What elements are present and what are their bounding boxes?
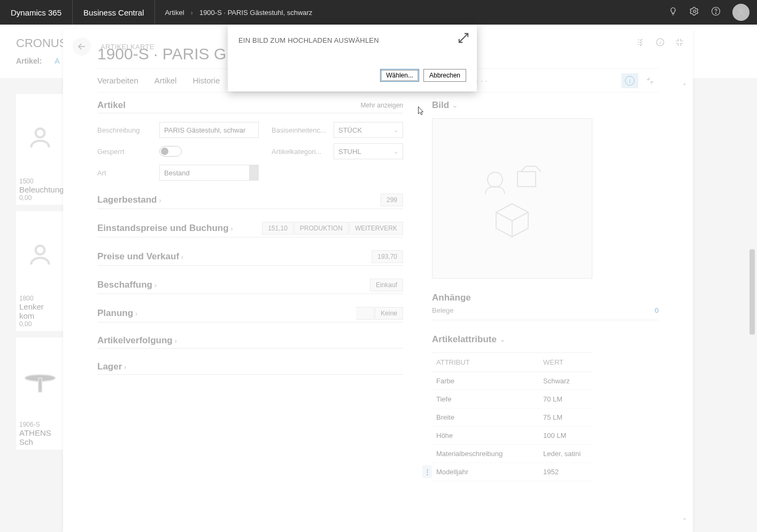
tile-name: Lenker kom (19, 302, 61, 320)
tile-code: 1906-S (19, 421, 61, 428)
scrollbar[interactable] (750, 249, 755, 335)
chevron-down-icon: ⌄ (500, 336, 505, 343)
chevron-right-icon: › (124, 364, 126, 371)
label-art: Art (97, 169, 155, 177)
checklist-icon[interactable] (636, 37, 646, 49)
image-placeholder[interactable] (432, 118, 592, 279)
label-artikelkategorie: Artikelkategori... (272, 148, 329, 156)
badge-beschaffung: Einkauf (370, 279, 403, 291)
svg-point-11 (488, 172, 503, 187)
chevron-right-icon: › (181, 253, 183, 261)
avatar[interactable] (732, 4, 750, 21)
table-row[interactable]: FarbeSchwarz (432, 372, 592, 390)
table-row[interactable]: ⋮Modelljahr1952 (432, 463, 592, 481)
label-beschreibung: Beschreibung (97, 126, 155, 134)
section-bild[interactable]: Bild (432, 100, 449, 111)
table-row[interactable]: Tiefe70 LM (432, 390, 592, 408)
input-beschreibung[interactable] (159, 122, 259, 138)
attr-name: Höhe (432, 427, 539, 444)
list-item[interactable]: 1906-S ATHENS Sch (16, 337, 64, 450)
gear-icon[interactable] (690, 6, 699, 18)
chevron-up-icon[interactable]: ˄ (683, 82, 686, 91)
chevron-right-icon: › (135, 310, 137, 318)
back-button[interactable] (73, 37, 91, 56)
list-item[interactable]: 1800 Lenker kom 0,00 (16, 211, 64, 331)
breadcrumb: Artikel › 1900-S · PARIS Gästestuhl, sch… (155, 0, 322, 25)
svg-point-2 (715, 13, 716, 13)
chevron-down-icon: ⌄ (393, 148, 398, 155)
toggle-gesperrt[interactable] (159, 146, 182, 157)
breadcrumb-1[interactable]: Artikel (165, 9, 184, 17)
tab-historie[interactable]: Historie (192, 76, 220, 85)
attr-value: 100 LM (539, 427, 592, 444)
attr-name: Tiefe (432, 390, 539, 408)
attr-name: Modelljahr (436, 468, 468, 476)
svg-point-4 (36, 128, 45, 137)
list-item[interactable]: 1500 Beleuchtung 0,00 (16, 94, 64, 205)
select-basiseinheit[interactable]: STÜCK⌄ (334, 122, 403, 138)
section-preise[interactable]: Preise und Verkauf (97, 251, 179, 261)
select-art[interactable]: Bestand (159, 165, 259, 181)
section-beschaffung[interactable]: Beschaffung (97, 280, 152, 290)
cancel-button[interactable]: Abbrechen (423, 69, 466, 82)
select-value: Bestand (164, 169, 190, 177)
breadcrumb-2[interactable]: 1900-S · PARIS Gästestuhl, schwarz (199, 9, 312, 17)
select-value: STUHL (338, 148, 361, 156)
badge-einst-1: 151,10 (262, 222, 293, 235)
row-menu-icon[interactable]: ⋮ (422, 465, 432, 478)
chevron-right-icon: › (159, 197, 161, 204)
attr-name: Farbe (432, 372, 539, 390)
svg-point-3 (739, 9, 743, 12)
workspace: CRONUS A Artikel: A 1500 Beleuchtung 0,0… (0, 25, 757, 532)
select-artikelkategorie[interactable]: STUHL⌄ (334, 143, 403, 159)
table-row[interactable]: Breite75 LM (432, 408, 592, 427)
collapse-icon[interactable] (675, 37, 684, 49)
select-value: STÜCK (338, 126, 362, 134)
svg-point-0 (693, 10, 696, 13)
section-verfolgung[interactable]: Artikelverfolgung (97, 335, 173, 345)
attr-value: Leder, satini (539, 445, 592, 462)
tab-verarbeiten[interactable]: Verarbeiten (97, 76, 138, 85)
badge-planung: Keine (375, 307, 403, 320)
attr-name: Breite (432, 408, 539, 426)
section-einstandspreise[interactable]: Einstandspreise und Buchung (97, 223, 229, 233)
section-lager2[interactable]: Lager (97, 361, 122, 372)
filter-value[interactable]: A (55, 57, 59, 65)
section-planung[interactable]: Planung (97, 308, 133, 318)
tile-code: 1500 (19, 178, 61, 185)
top-nav: Dynamics 365 Business Central Artikel › … (0, 0, 757, 25)
badge-planung-blank (356, 307, 374, 320)
label-gesperrt: Gesperrt (97, 148, 155, 156)
tab-artikel[interactable]: Artikel (155, 76, 177, 85)
section-lagerbestand[interactable]: Lagerbestand (97, 195, 157, 205)
factbox-toggle-icon[interactable]: i (621, 73, 638, 88)
more-actions-icon[interactable]: · · · (476, 76, 488, 85)
badge-einst-3: WEITERVERK (349, 222, 403, 235)
section-anhaenge[interactable]: Anhänge (432, 292, 659, 303)
tile-code: 1800 (19, 295, 61, 302)
chevron-right-icon: › (175, 337, 177, 345)
table-row[interactable]: Höhe100 LM (432, 427, 592, 445)
lightbulb-icon[interactable] (668, 6, 678, 18)
belege-count[interactable]: 0 (655, 306, 659, 314)
col-attribut[interactable]: ATTRIBUT (432, 353, 539, 372)
choose-button[interactable]: Wählen... (380, 69, 419, 82)
section-artikelattribute[interactable]: Artikelattribute (432, 334, 497, 345)
chevron-down-icon[interactable]: ˅ (683, 517, 686, 526)
attr-value: 75 LM (539, 408, 592, 426)
label-belege: Belege (432, 306, 453, 314)
help-icon[interactable] (711, 6, 721, 18)
col-wert[interactable]: WERT (539, 353, 592, 372)
section-artikel[interactable]: Artikel (97, 100, 126, 111)
info-icon[interactable] (655, 37, 665, 49)
attr-name: Materialbeschreibung (432, 445, 539, 462)
chevron-right-icon: › (155, 282, 157, 289)
show-more-link[interactable]: Mehr anzeigen (361, 102, 403, 109)
dialog-title: EIN BILD ZUM HOCHLADEN AUSWÄHLEN (238, 36, 466, 44)
brand-dynamics[interactable]: Dynamics 365 (0, 0, 73, 25)
minimize-icon[interactable] (642, 73, 659, 88)
table-row[interactable]: MaterialbeschreibungLeder, satini (432, 445, 592, 463)
attr-value: Schwarz (539, 372, 592, 390)
expand-icon[interactable] (458, 32, 469, 46)
brand-module[interactable]: Business Central (73, 0, 155, 25)
